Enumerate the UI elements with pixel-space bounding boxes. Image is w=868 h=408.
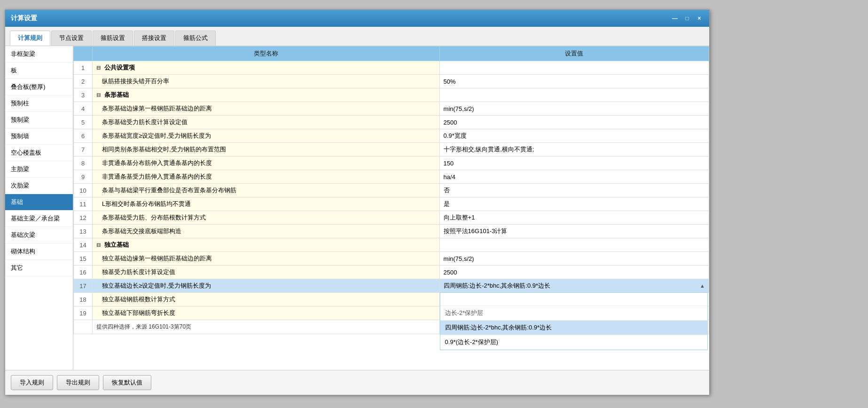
row-num: 16 (74, 266, 93, 279)
sidebar-item-precast-beam[interactable]: 预制梁 (5, 112, 73, 128)
tab-calculation-rules[interactable]: 计算规则 (10, 31, 50, 46)
group-label: 公共设置项 (104, 64, 135, 71)
row-name: 相同类别条形基础相交时,受力钢筋的布置范围 (93, 143, 440, 157)
table-row: 11 L形相交时条基分布钢筋均不贯通 是 (74, 197, 709, 211)
sidebar-item-hollow-slab[interactable]: 空心楼盖板 (5, 145, 73, 161)
tab-splice-settings[interactable]: 搭接设置 (134, 31, 174, 46)
row-num: 10 (74, 184, 93, 197)
table-row: 7 相同类别条形基础相交时,受力钢筋的布置范围 十字形相交,纵向贯通,横向不贯通… (74, 143, 709, 157)
sidebar-item-secondary-rib-beam[interactable]: 次肋梁 (5, 178, 73, 194)
row-num: 7 (74, 143, 93, 157)
table-row: 1 ⊟ 公共设置项 (74, 61, 709, 75)
row-name: L形相交时条基分布钢筋均不贯通 (93, 197, 440, 211)
dropdown-arrow-icon[interactable]: ▲ (700, 283, 705, 289)
tab-stirrup-settings[interactable]: 箍筋设置 (93, 31, 133, 46)
row-num: 1 (74, 61, 93, 75)
row-value[interactable]: 否 (439, 184, 709, 197)
row-value[interactable]: min(75,s/2) (439, 102, 709, 116)
group-label: 条形基础 (104, 91, 129, 98)
restore-defaults-button[interactable]: 恢复默认值 (103, 375, 151, 390)
tab-bar: 计算规则 节点设置 箍筋设置 搭接设置 箍筋公式 (5, 27, 709, 46)
minimize-button[interactable]: — (671, 14, 679, 23)
group-header-strip-foundation: ⊟ 条形基础 (93, 88, 440, 102)
row-value[interactable]: 向上取整+1 (439, 211, 709, 225)
table-row: 4 条形基础边缘第一根钢筋距基础边的距离 min(75,s/2) (74, 102, 709, 116)
note-text: 提供四种选择，来源 16G101-3第70页 (93, 320, 440, 334)
main-area: 非框架梁 板 叠合板(整厚) 预制柱 预制梁 预制墙 空心楼盖板 主肋梁 次肋梁… (5, 46, 709, 395)
sidebar-item-non-frame-beam[interactable]: 非框架梁 (5, 46, 73, 63)
export-rules-button[interactable]: 导出规则 (57, 375, 99, 390)
row-name: 独立基础边长≥设定值时,受力钢筋长度为 (93, 279, 440, 293)
tab-stirrup-formula[interactable]: 箍筋公式 (175, 31, 216, 46)
table-row: 15 独立基础边缘第一根钢筋距基础边的距离 min(75,s/2) (74, 252, 709, 266)
group-label: 独立基础 (104, 241, 129, 248)
row-name: 条形基础受力筋、分布筋根数计算方式 (93, 211, 440, 225)
group-header-isolated-foundation: ⊟ 独立基础 (93, 238, 440, 252)
col-header-value: 设置值 (439, 47, 709, 61)
collapse-icon[interactable]: ⊟ (96, 242, 101, 248)
row-num: 14 (74, 238, 93, 252)
row-num: 9 (74, 170, 93, 184)
tab-node-settings[interactable]: 节点设置 (51, 31, 92, 46)
row-name: 独基受力筋长度计算设定值 (93, 266, 440, 279)
row-value[interactable]: min(75,s/2) (439, 252, 709, 266)
dropdown-popup: 边长-2*保护层 四周钢筋:边长-2*bhc,其余钢筋:0.9*边长 0.9*(… (440, 292, 708, 350)
row-name: 独立基础钢筋根数计算方式 (93, 293, 440, 306)
row-num: 19 (74, 306, 93, 320)
table-row: 9 非贯通条基受力筋伸入贯通条基内的长度 ha/4 (74, 170, 709, 184)
row-num: 13 (74, 225, 93, 238)
row-value[interactable]: 2500 (439, 116, 709, 129)
table-row: 12 条形基础受力筋、分布筋根数计算方式 向上取整+1 (74, 211, 709, 225)
row-num: 4 (74, 102, 93, 116)
collapse-icon[interactable]: ⊟ (96, 92, 101, 98)
main-table: 类型名称 设置值 1 ⊟ 公共设置项 (73, 46, 709, 370)
row-name: 条形基础宽度≥设定值时,受力钢筋长度为 (93, 129, 440, 143)
row-value[interactable]: 按照平法16G101-3计算 (439, 225, 709, 238)
row-value[interactable]: 十字形相交,纵向贯通,横向不贯通; (439, 143, 709, 157)
sidebar: 非框架梁 板 叠合板(整厚) 预制柱 预制梁 预制墙 空心楼盖板 主肋梁 次肋梁… (5, 46, 73, 370)
sidebar-item-masonry[interactable]: 砌体结构 (5, 243, 73, 260)
row-value[interactable]: ha/4 (439, 170, 709, 184)
dropdown-option-empty[interactable] (440, 293, 707, 306)
window-title: 计算设置 (11, 14, 37, 23)
col-header-num (74, 47, 93, 61)
close-button[interactable]: × (695, 14, 704, 23)
import-rules-button[interactable]: 导入规则 (11, 375, 53, 390)
sidebar-item-foundation-secondary-beam[interactable]: 基础次梁 (5, 227, 73, 243)
table-row: 3 ⊟ 条形基础 (74, 88, 709, 102)
row-name: 非贯通条基分布筋伸入贯通条基内的长度 (93, 157, 440, 170)
sidebar-item-other[interactable]: 其它 (5, 260, 73, 276)
sidebar-item-foundation-main-beam[interactable]: 基础主梁／承台梁 (5, 211, 73, 227)
collapse-icon[interactable]: ⊟ (96, 65, 101, 71)
sidebar-item-foundation[interactable]: 基础 (5, 194, 73, 211)
dropdown-option-edge-formula[interactable]: 边长-2*保护层 (440, 306, 707, 321)
row-num: 12 (74, 211, 93, 225)
group-header-public: ⊟ 公共设置项 (93, 61, 440, 75)
row-value[interactable]: 是 (439, 197, 709, 211)
row-value[interactable]: 2500 (439, 266, 709, 279)
sidebar-item-main-rib-beam[interactable]: 主肋梁 (5, 161, 73, 178)
sidebar-item-precast-wall[interactable]: 预制墙 (5, 128, 73, 145)
row-num (74, 320, 93, 334)
dropdown-option-09-formula[interactable]: 0.9*(边长-2*保护层) (440, 335, 707, 350)
sidebar-item-slab[interactable]: 板 (5, 63, 73, 79)
sidebar-item-precast-column[interactable]: 预制柱 (5, 95, 73, 112)
table-row: 2 纵筋搭接接头错开百分率 50% (74, 75, 709, 88)
col-header-name: 类型名称 (93, 47, 440, 61)
sidebar-item-composite-slab[interactable]: 叠合板(整厚) (5, 79, 73, 95)
row-name: 独立基础下部钢筋弯折长度 (93, 306, 440, 320)
row-num: 6 (74, 129, 93, 143)
row-value-dropdown[interactable]: 四周钢筋:边长-2*bhc,其余钢筋:0.9*边长 ▲ 边长-2*保护层 四周钢… (439, 279, 709, 293)
row-value[interactable]: 0.9*宽度 (439, 129, 709, 143)
row-value (439, 61, 709, 75)
row-value (439, 88, 709, 102)
row-value[interactable]: 50% (439, 75, 709, 88)
row-num: 11 (74, 197, 93, 211)
table-row: 6 条形基础宽度≥设定值时,受力钢筋长度为 0.9*宽度 (74, 129, 709, 143)
maximize-button[interactable]: □ (683, 14, 691, 23)
dropdown-option-four-sides[interactable]: 四周钢筋:边长-2*bhc,其余钢筋:0.9*边长 (440, 321, 707, 335)
row-name: 条形基础边缘第一根钢筋距基础边的距离 (93, 102, 440, 116)
row-value[interactable]: 150 (439, 157, 709, 170)
table-row: 13 条形基础无交接底板端部构造 按照平法16G101-3计算 (74, 225, 709, 238)
table-row: 10 条基与基础梁平行重叠部位是否布置条基分布钢筋 否 (74, 184, 709, 197)
